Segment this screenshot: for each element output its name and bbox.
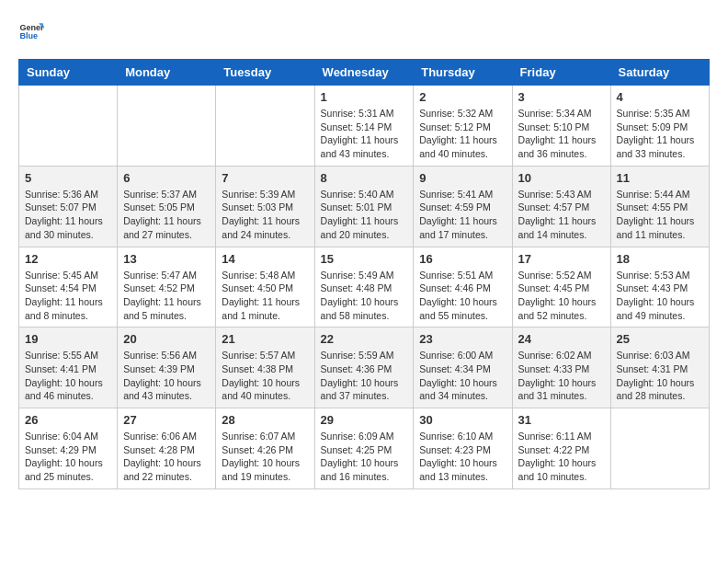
day-number: 7 xyxy=(222,171,308,185)
day-number: 5 xyxy=(25,171,111,185)
day-info: Sunrise: 5:55 AM Sunset: 4:41 PM Dayligh… xyxy=(25,349,111,403)
day-number: 14 xyxy=(222,252,308,266)
calendar-week-row: 5Sunrise: 5:36 AM Sunset: 5:07 PM Daylig… xyxy=(19,166,710,247)
day-info: Sunrise: 6:06 AM Sunset: 4:28 PM Dayligh… xyxy=(123,430,210,484)
day-number: 6 xyxy=(123,171,210,185)
calendar-cell: 13Sunrise: 5:47 AM Sunset: 4:52 PM Dayli… xyxy=(118,247,216,327)
day-info: Sunrise: 5:56 AM Sunset: 4:39 PM Dayligh… xyxy=(123,349,210,403)
day-number: 26 xyxy=(25,413,111,427)
day-number: 8 xyxy=(321,171,408,185)
calendar-cell: 5Sunrise: 5:36 AM Sunset: 5:07 PM Daylig… xyxy=(19,166,118,247)
day-info: Sunrise: 5:51 AM Sunset: 4:46 PM Dayligh… xyxy=(419,269,506,323)
day-info: Sunrise: 5:45 AM Sunset: 4:54 PM Dayligh… xyxy=(25,269,111,323)
calendar-cell: 28Sunrise: 6:07 AM Sunset: 4:26 PM Dayli… xyxy=(216,408,314,489)
calendar-cell xyxy=(216,86,314,167)
day-number: 24 xyxy=(518,332,605,346)
day-number: 18 xyxy=(617,252,703,266)
day-info: Sunrise: 5:32 AM Sunset: 5:12 PM Dayligh… xyxy=(419,107,506,161)
day-info: Sunrise: 5:57 AM Sunset: 4:38 PM Dayligh… xyxy=(222,349,308,403)
calendar-header-thursday: Thursday xyxy=(414,60,512,86)
calendar-cell: 2Sunrise: 5:32 AM Sunset: 5:12 PM Daylig… xyxy=(414,86,512,167)
day-number: 2 xyxy=(419,90,506,104)
calendar-week-row: 19Sunrise: 5:55 AM Sunset: 4:41 PM Dayli… xyxy=(19,327,710,408)
calendar-cell: 8Sunrise: 5:40 AM Sunset: 5:01 PM Daylig… xyxy=(314,166,414,247)
day-number: 31 xyxy=(518,413,605,427)
calendar-header-sunday: Sunday xyxy=(19,60,118,86)
day-number: 15 xyxy=(321,252,408,266)
calendar-header-tuesday: Tuesday xyxy=(216,60,314,86)
day-info: Sunrise: 5:44 AM Sunset: 4:55 PM Dayligh… xyxy=(617,188,703,242)
day-number: 30 xyxy=(419,413,506,427)
calendar-cell: 19Sunrise: 5:55 AM Sunset: 4:41 PM Dayli… xyxy=(19,327,118,408)
day-number: 13 xyxy=(123,252,210,266)
calendar-cell: 20Sunrise: 5:56 AM Sunset: 4:39 PM Dayli… xyxy=(118,327,216,408)
day-number: 3 xyxy=(518,90,605,104)
calendar-cell: 12Sunrise: 5:45 AM Sunset: 4:54 PM Dayli… xyxy=(19,247,118,327)
day-info: Sunrise: 5:52 AM Sunset: 4:45 PM Dayligh… xyxy=(518,269,605,323)
day-number: 25 xyxy=(617,332,703,346)
day-number: 12 xyxy=(25,252,111,266)
logo: General Blue xyxy=(18,18,48,44)
day-info: Sunrise: 6:00 AM Sunset: 4:34 PM Dayligh… xyxy=(419,349,506,403)
day-info: Sunrise: 6:03 AM Sunset: 4:31 PM Dayligh… xyxy=(617,349,703,403)
day-info: Sunrise: 5:36 AM Sunset: 5:07 PM Dayligh… xyxy=(25,188,111,242)
calendar-week-row: 26Sunrise: 6:04 AM Sunset: 4:29 PM Dayli… xyxy=(19,408,710,489)
calendar-cell: 9Sunrise: 5:41 AM Sunset: 4:59 PM Daylig… xyxy=(414,166,512,247)
calendar-cell: 7Sunrise: 5:39 AM Sunset: 5:03 PM Daylig… xyxy=(216,166,314,247)
day-number: 9 xyxy=(419,171,506,185)
calendar-cell: 4Sunrise: 5:35 AM Sunset: 5:09 PM Daylig… xyxy=(610,86,709,167)
calendar-cell: 27Sunrise: 6:06 AM Sunset: 4:28 PM Dayli… xyxy=(118,408,216,489)
calendar-cell: 26Sunrise: 6:04 AM Sunset: 4:29 PM Dayli… xyxy=(19,408,118,489)
calendar-cell: 24Sunrise: 6:02 AM Sunset: 4:33 PM Dayli… xyxy=(512,327,610,408)
calendar-header-wednesday: Wednesday xyxy=(314,60,414,86)
calendar-cell: 14Sunrise: 5:48 AM Sunset: 4:50 PM Dayli… xyxy=(216,247,314,327)
day-info: Sunrise: 5:47 AM Sunset: 4:52 PM Dayligh… xyxy=(123,269,210,323)
day-number: 20 xyxy=(123,332,210,346)
calendar-header-row: SundayMondayTuesdayWednesdayThursdayFrid… xyxy=(19,60,710,86)
day-info: Sunrise: 6:02 AM Sunset: 4:33 PM Dayligh… xyxy=(518,349,605,403)
day-number: 4 xyxy=(617,90,703,104)
day-number: 1 xyxy=(321,90,408,104)
calendar-cell: 30Sunrise: 6:10 AM Sunset: 4:23 PM Dayli… xyxy=(414,408,512,489)
calendar-cell: 6Sunrise: 5:37 AM Sunset: 5:05 PM Daylig… xyxy=(118,166,216,247)
day-info: Sunrise: 5:49 AM Sunset: 4:48 PM Dayligh… xyxy=(321,269,408,323)
day-number: 10 xyxy=(518,171,605,185)
day-number: 22 xyxy=(321,332,408,346)
calendar-cell: 29Sunrise: 6:09 AM Sunset: 4:25 PM Dayli… xyxy=(314,408,414,489)
calendar: SundayMondayTuesdayWednesdayThursdayFrid… xyxy=(18,59,710,489)
calendar-cell: 10Sunrise: 5:43 AM Sunset: 4:57 PM Dayli… xyxy=(512,166,610,247)
day-info: Sunrise: 6:10 AM Sunset: 4:23 PM Dayligh… xyxy=(419,430,506,484)
day-info: Sunrise: 5:59 AM Sunset: 4:36 PM Dayligh… xyxy=(321,349,408,403)
calendar-week-row: 1Sunrise: 5:31 AM Sunset: 5:14 PM Daylig… xyxy=(19,86,710,167)
calendar-week-row: 12Sunrise: 5:45 AM Sunset: 4:54 PM Dayli… xyxy=(19,247,710,327)
day-number: 11 xyxy=(617,171,703,185)
calendar-cell: 17Sunrise: 5:52 AM Sunset: 4:45 PM Dayli… xyxy=(512,247,610,327)
day-number: 17 xyxy=(518,252,605,266)
day-number: 19 xyxy=(25,332,111,346)
calendar-cell: 18Sunrise: 5:53 AM Sunset: 4:43 PM Dayli… xyxy=(610,247,709,327)
calendar-cell xyxy=(118,86,216,167)
day-info: Sunrise: 5:39 AM Sunset: 5:03 PM Dayligh… xyxy=(222,188,308,242)
svg-text:Blue: Blue xyxy=(19,31,38,40)
calendar-cell xyxy=(19,86,118,167)
day-info: Sunrise: 5:35 AM Sunset: 5:09 PM Dayligh… xyxy=(617,107,703,161)
day-number: 27 xyxy=(123,413,210,427)
calendar-cell: 25Sunrise: 6:03 AM Sunset: 4:31 PM Dayli… xyxy=(610,327,709,408)
day-info: Sunrise: 6:04 AM Sunset: 4:29 PM Dayligh… xyxy=(25,430,111,484)
calendar-header-saturday: Saturday xyxy=(610,60,709,86)
day-number: 16 xyxy=(419,252,506,266)
day-info: Sunrise: 5:41 AM Sunset: 4:59 PM Dayligh… xyxy=(419,188,506,242)
calendar-cell: 16Sunrise: 5:51 AM Sunset: 4:46 PM Dayli… xyxy=(414,247,512,327)
day-number: 21 xyxy=(222,332,308,346)
day-info: Sunrise: 6:09 AM Sunset: 4:25 PM Dayligh… xyxy=(321,430,408,484)
day-number: 28 xyxy=(222,413,308,427)
day-info: Sunrise: 6:11 AM Sunset: 4:22 PM Dayligh… xyxy=(518,430,605,484)
day-info: Sunrise: 6:07 AM Sunset: 4:26 PM Dayligh… xyxy=(222,430,308,484)
day-info: Sunrise: 5:53 AM Sunset: 4:43 PM Dayligh… xyxy=(617,269,703,323)
day-number: 29 xyxy=(321,413,408,427)
calendar-cell: 3Sunrise: 5:34 AM Sunset: 5:10 PM Daylig… xyxy=(512,86,610,167)
calendar-cell: 1Sunrise: 5:31 AM Sunset: 5:14 PM Daylig… xyxy=(314,86,414,167)
calendar-header-friday: Friday xyxy=(512,60,610,86)
day-number: 23 xyxy=(419,332,506,346)
calendar-cell: 15Sunrise: 5:49 AM Sunset: 4:48 PM Dayli… xyxy=(314,247,414,327)
